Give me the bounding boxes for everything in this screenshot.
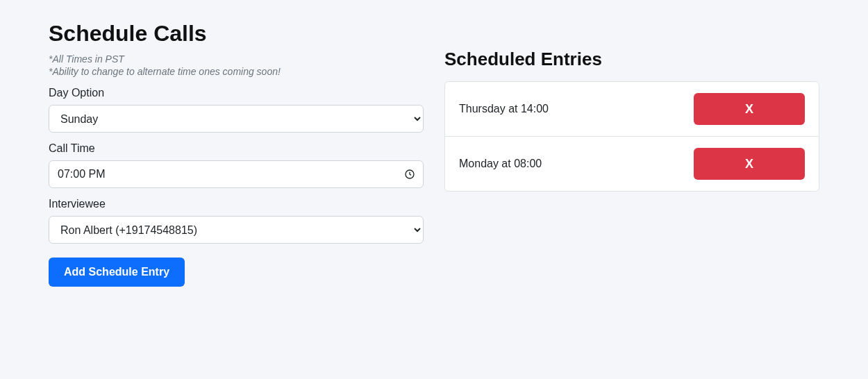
call-time-label: Call Time bbox=[49, 142, 424, 155]
day-option-label: Day Option bbox=[49, 87, 424, 99]
interviewee-label: Interviewee bbox=[49, 198, 424, 210]
schedule-form: Schedule Calls *All Times in PST *Abilit… bbox=[49, 21, 424, 287]
delete-entry-button[interactable]: X bbox=[694, 93, 805, 125]
entry-text: Monday at 08:00 bbox=[459, 158, 542, 170]
note-coming-soon: *Ability to change to alternate time one… bbox=[49, 66, 424, 77]
entry-text: Thursday at 14:00 bbox=[459, 103, 549, 115]
entry-row: Monday at 08:00 X bbox=[445, 137, 819, 191]
scheduled-entries-panel: Scheduled Entries Thursday at 14:00 X Mo… bbox=[444, 21, 819, 287]
delete-entry-button[interactable]: X bbox=[694, 148, 805, 180]
page-title: Schedule Calls bbox=[49, 21, 424, 47]
add-schedule-entry-button[interactable]: Add Schedule Entry bbox=[49, 258, 185, 287]
call-time-input[interactable] bbox=[49, 160, 424, 188]
scheduled-entries-title: Scheduled Entries bbox=[444, 49, 819, 70]
entries-list: Thursday at 14:00 X Monday at 08:00 X bbox=[444, 81, 819, 192]
day-option-select[interactable]: Sunday bbox=[49, 105, 424, 133]
entry-row: Thursday at 14:00 X bbox=[445, 82, 819, 137]
note-timezone: *All Times in PST bbox=[49, 53, 424, 65]
interviewee-select[interactable]: Ron Albert (+19174548815) bbox=[49, 216, 424, 244]
